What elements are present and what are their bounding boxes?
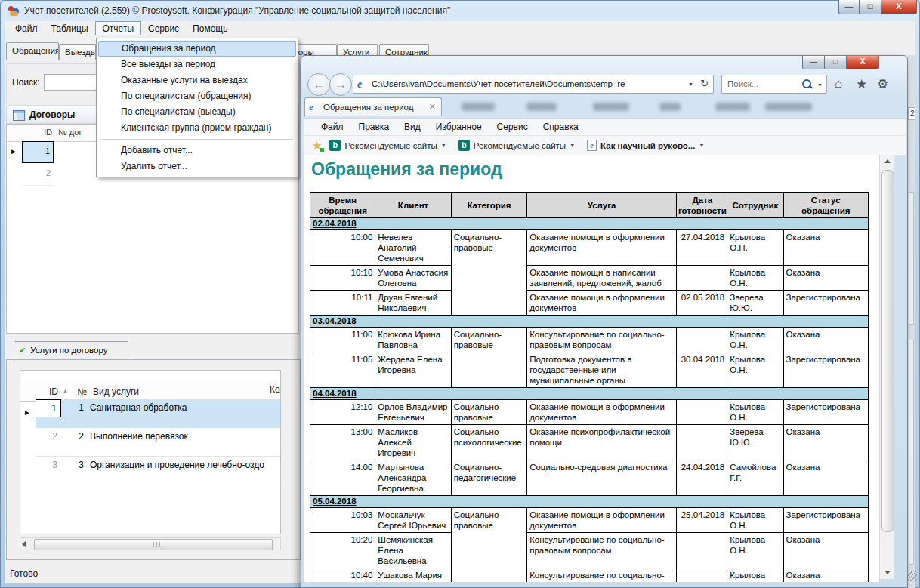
address-text[interactable]: C:\Users\Ivan\Documents\Учет посетителей…	[372, 79, 681, 88]
ie-menu-Вид[interactable]: Вид	[397, 119, 428, 135]
cell-num[interactable]: 2	[63, 431, 84, 442]
favorites-bar-item[interactable]: eКак научный руково...▼	[587, 140, 704, 151]
gear-icon[interactable]: ⚙	[877, 76, 888, 92]
cell-ready-date: 02.05.2018	[676, 291, 727, 316]
cell-num[interactable]: 1	[63, 402, 84, 413]
services-grid-header: ID ▲ № Вид услуги Кол	[20, 381, 280, 402]
horizontal-scrollbar[interactable]	[20, 537, 281, 550]
scroll-down-icon[interactable]	[881, 566, 893, 578]
cell-time: 13:00	[310, 425, 375, 460]
cell-ready-date: 27.04.2018	[676, 230, 727, 266]
blurred-toolbar-item	[659, 103, 681, 111]
search-dropdown-icon[interactable]: ▼	[817, 82, 823, 88]
address-bar[interactable]: e C:\Users\Ivan\Documents\Учет посетител…	[353, 75, 714, 94]
favorites-star-icon[interactable]: ★	[856, 76, 867, 92]
table-row[interactable]: ►11Санитарная обработка	[20, 399, 280, 428]
tab-Обращения[interactable]: Обращения	[6, 42, 59, 60]
menu-item-Оказанные услуги на выездах[interactable]: Оказанные услуги на выездах	[98, 72, 296, 88]
menu-item-По специалистам (обращения)[interactable]: По специалистам (обращения)	[98, 88, 296, 104]
ie-menu-Правка[interactable]: Правка	[351, 119, 397, 135]
cell-employee: Крылова О.Н.	[727, 508, 783, 533]
tab-services-by-contract[interactable]: ✔Услуги по договору	[14, 341, 128, 360]
cell-category: Социально-правовые	[451, 508, 526, 582]
menu-item-Клиентская группа (прием граждан)[interactable]: Клиентская группа (прием граждан)	[98, 120, 296, 136]
menu-item-Удалить отчет...[interactable]: Удалить отчет...	[98, 159, 296, 174]
add-favorite-icon[interactable]: ★	[312, 139, 322, 152]
cell-num[interactable]: 3	[63, 460, 84, 470]
cell-service-name[interactable]: Санитарная обработка	[90, 402, 271, 413]
menubar-item-Файл[interactable]: Файл	[8, 21, 45, 35]
report-row: 13:00Масликов Алексей ИгоревичСоциально-…	[310, 425, 869, 460]
chevron-down-icon[interactable]: ▼	[699, 143, 704, 148]
contracts-row-id[interactable]: 1	[22, 141, 54, 163]
cell-service: Оказание помощи в написании заявлений, п…	[527, 266, 677, 291]
menubar-item-Отчеты[interactable]: Отчеты	[95, 21, 141, 35]
menu-item-По специалистам (выезды)[interactable]: По специалистам (выезды)	[98, 104, 296, 120]
ie-menu-Сервис[interactable]: Сервис	[489, 119, 536, 135]
ie-menu-Файл[interactable]: Файл	[313, 119, 351, 135]
address-dropdown-icon[interactable]: ▼	[688, 82, 693, 87]
scrollbar-thumb[interactable]	[34, 539, 273, 550]
menubar-item-Помощь[interactable]: Помощь	[186, 21, 234, 35]
report-title: Обращения за период	[311, 159, 502, 180]
favorites-bar-item[interactable]: bРекомендуемые сайты▼	[458, 140, 575, 151]
refresh-icon[interactable]: ↻	[700, 78, 709, 89]
ie-maximize-button[interactable]: □	[825, 56, 846, 69]
scroll-left-icon[interactable]	[22, 540, 26, 547]
cell-id[interactable]: 3	[36, 457, 61, 475]
ie-close-button[interactable]: X	[846, 56, 879, 69]
blurred-toolbar-item	[593, 103, 629, 111]
table-grid-icon	[13, 110, 25, 121]
cell-service-name[interactable]: Организация и проведение лечебно-оздо	[90, 460, 271, 470]
ie-tab[interactable]: e Обращения за период ✕	[304, 97, 442, 116]
tab-Выезды[interactable]: Выезды	[59, 44, 96, 60]
ie-search-box[interactable]: Поиск... ▼	[721, 75, 827, 94]
favorites-bar-item[interactable]: bРекомендуемые сайты▼	[329, 140, 446, 151]
table-row[interactable]: 33Организация и проведение лечебно-оздо	[20, 457, 280, 485]
report-col-header: Клиент	[375, 193, 451, 218]
chevron-down-icon[interactable]: ▼	[570, 143, 575, 148]
maximize-button[interactable]: □	[860, 0, 881, 14]
table-row[interactable]: 22Выполнение перевязок	[20, 428, 280, 457]
services-col-qty[interactable]: Кол	[270, 384, 281, 395]
close-tab-icon[interactable]: ✕	[429, 102, 436, 112]
forward-button[interactable]: →	[329, 73, 352, 96]
magnifier-icon[interactable]	[802, 79, 811, 88]
services-col-num[interactable]: №	[70, 386, 87, 397]
close-button[interactable]: X	[881, 0, 917, 14]
report-group-date: 04.04.2018	[310, 388, 869, 400]
contracts-col-id[interactable]: ID	[22, 128, 52, 137]
scroll-up-icon[interactable]	[881, 155, 893, 168]
services-col-id[interactable]: ID	[36, 386, 58, 397]
cell-id[interactable]: 1	[36, 399, 61, 417]
contracts-row-id[interactable]: 2	[22, 164, 54, 186]
ie-search-placeholder[interactable]: Поиск...	[727, 79, 758, 88]
report-row: 10:00Невелев Анатолий СеменовичСоциально…	[310, 230, 869, 266]
resize-grip-icon[interactable]	[908, 571, 917, 581]
menu-item-Обращения за период[interactable]: Обращения за период	[98, 41, 296, 57]
vertical-scrollbar[interactable]	[879, 155, 894, 579]
cell-employee: Зверева Ю.Ю.	[727, 291, 783, 316]
menu-item-Добавить отчет...[interactable]: Добавить отчет...	[98, 143, 296, 159]
cell-status: Оказана	[783, 568, 868, 582]
ie-window: — □ X ← → e C:\Users\Ivan\Documents\Учет…	[301, 55, 908, 588]
menu-item-Все выезды за период[interactable]: Все выезды за период	[98, 57, 296, 72]
menubar-item-Таблицы[interactable]: Таблицы	[45, 21, 95, 35]
cell-id[interactable]: 2	[36, 428, 61, 446]
home-icon[interactable]: ⌂	[835, 76, 842, 91]
ie-menu-Справка[interactable]: Справка	[536, 119, 586, 135]
cell-service-name[interactable]: Выполнение перевязок	[90, 431, 271, 442]
menubar-item-Сервис[interactable]: Сервис	[141, 21, 186, 35]
cell-service: Консультирование по социально-правовым в…	[527, 328, 677, 352]
main-window-title: Учет посетителей (2.559) © Prostoysoft. …	[24, 5, 450, 16]
back-button[interactable]: ←	[307, 73, 330, 96]
cell-employee: Самойлова Г.Г.	[727, 460, 783, 496]
cell-status: Оказана	[783, 460, 868, 496]
services-col-name[interactable]: Вид услуги	[93, 386, 139, 397]
minimize-button[interactable]: —	[838, 0, 860, 14]
ie-menu-Избранное[interactable]: Избранное	[428, 119, 489, 135]
ie-minimize-button[interactable]: —	[802, 56, 825, 69]
scrollbar-thumb[interactable]	[881, 170, 894, 532]
contracts-col-num[interactable]: № дог	[58, 128, 82, 137]
chevron-down-icon[interactable]: ▼	[441, 143, 446, 148]
